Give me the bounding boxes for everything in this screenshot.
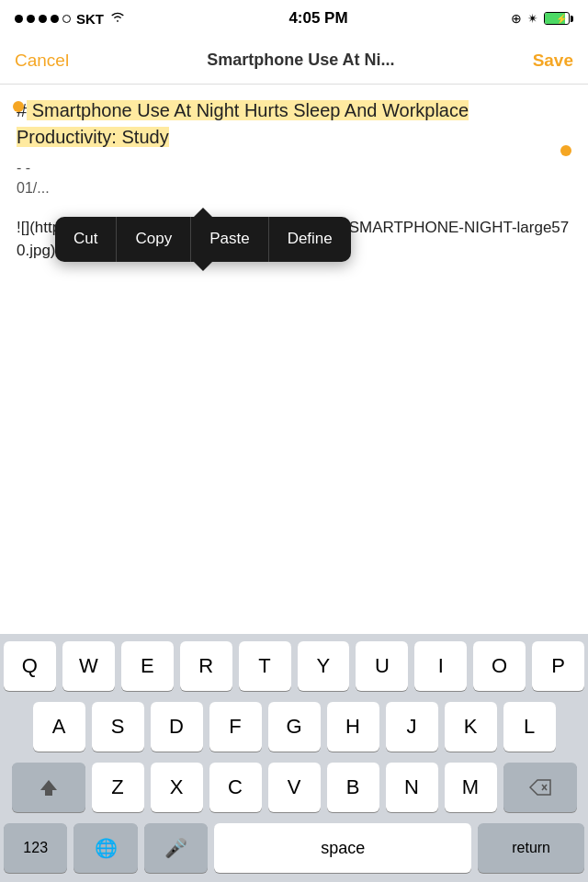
bluetooth-icon: ✴ <box>527 11 538 26</box>
keyboard-row-3: Z X C V B N M <box>0 755 588 816</box>
mic-key[interactable]: 🎤 <box>144 823 208 873</box>
battery-indicator: ⚡ <box>544 12 573 25</box>
carrier-label: SKT <box>76 11 104 27</box>
key-o[interactable]: O <box>473 641 526 691</box>
paste-button[interactable]: Paste <box>191 217 268 262</box>
cancel-button[interactable]: Cancel <box>15 51 69 71</box>
key-m[interactable]: M <box>445 763 497 812</box>
key-y[interactable]: Y <box>298 641 350 691</box>
selection-handle-left <box>13 101 24 112</box>
key-d[interactable]: D <box>151 702 203 752</box>
key-f[interactable]: F <box>209 702 262 752</box>
status-left: SKT <box>15 10 126 27</box>
key-p[interactable]: P <box>532 641 584 691</box>
key-i[interactable]: I <box>414 641 467 691</box>
define-button[interactable]: Define <box>269 217 351 262</box>
key-k[interactable]: K <box>445 702 497 752</box>
key-j[interactable]: J <box>386 702 438 752</box>
key-l[interactable]: L <box>503 702 556 752</box>
dash-text: - - <box>17 160 30 175</box>
key-v[interactable]: V <box>268 763 321 812</box>
backspace-key[interactable] <box>503 763 577 812</box>
keyboard: Q W E R T Y U I O P A S D F G H J K L Z … <box>0 634 588 882</box>
cut-button[interactable]: Cut <box>55 217 117 262</box>
svg-marker-0 <box>40 780 57 796</box>
key-w[interactable]: W <box>62 641 115 691</box>
key-r[interactable]: R <box>180 641 232 691</box>
context-menu: Cut Copy Paste Define <box>55 217 351 262</box>
nav-title: Smartphone Use At Ni... <box>207 51 394 70</box>
key-e[interactable]: E <box>121 641 174 691</box>
selection-handle-right <box>560 145 571 156</box>
key-h[interactable]: H <box>327 702 379 752</box>
copy-button[interactable]: Copy <box>117 217 191 262</box>
save-button[interactable]: Save <box>533 51 573 71</box>
dot5 <box>62 15 71 23</box>
status-right: ⊕ ✴ ⚡ <box>511 11 573 26</box>
key-s[interactable]: S <box>92 702 144 752</box>
editor-sub-text: - - 01/... <box>17 158 571 199</box>
editor-content[interactable]: # Smartphone Use At Night Hurts Sleep An… <box>17 97 571 263</box>
selected-text: Smartphone Use At Night Hurts Sleep And … <box>17 100 469 147</box>
key-n[interactable]: N <box>386 763 438 812</box>
date-text: 01/... <box>17 180 50 196</box>
dot1 <box>15 15 23 23</box>
return-key[interactable]: return <box>478 823 584 873</box>
nav-bar: Cancel Smartphone Use At Ni... Save <box>0 37 588 85</box>
key-a[interactable]: A <box>33 702 85 752</box>
keyboard-row-1: Q W E R T Y U I O P <box>0 634 588 695</box>
num-key[interactable]: 123 <box>4 823 67 873</box>
dot2 <box>27 15 35 23</box>
key-c[interactable]: C <box>209 763 262 812</box>
key-x[interactable]: X <box>151 763 203 812</box>
keyboard-row-2: A S D F G H J K L <box>0 695 588 755</box>
space-key[interactable]: space <box>214 823 471 873</box>
key-b[interactable]: B <box>327 763 379 812</box>
wifi-icon <box>109 10 126 27</box>
lock-icon: ⊕ <box>511 11 522 26</box>
editor-area[interactable]: # Smartphone Use At Night Hurts Sleep An… <box>0 85 588 397</box>
status-bar: SKT 4:05 PM ⊕ ✴ ⚡ <box>0 0 588 37</box>
status-time: 4:05 PM <box>288 9 347 28</box>
key-z[interactable]: Z <box>92 763 144 812</box>
keyboard-row-4: 123 🌐 🎤 space return <box>0 816 588 882</box>
key-t[interactable]: T <box>239 641 291 691</box>
dot4 <box>51 15 59 23</box>
key-u[interactable]: U <box>356 641 408 691</box>
key-q[interactable]: Q <box>4 641 56 691</box>
shift-key[interactable] <box>12 763 85 812</box>
key-g[interactable]: G <box>268 702 321 752</box>
signal-dots <box>15 15 71 23</box>
globe-key[interactable]: 🌐 <box>74 823 137 873</box>
dot3 <box>39 15 47 23</box>
